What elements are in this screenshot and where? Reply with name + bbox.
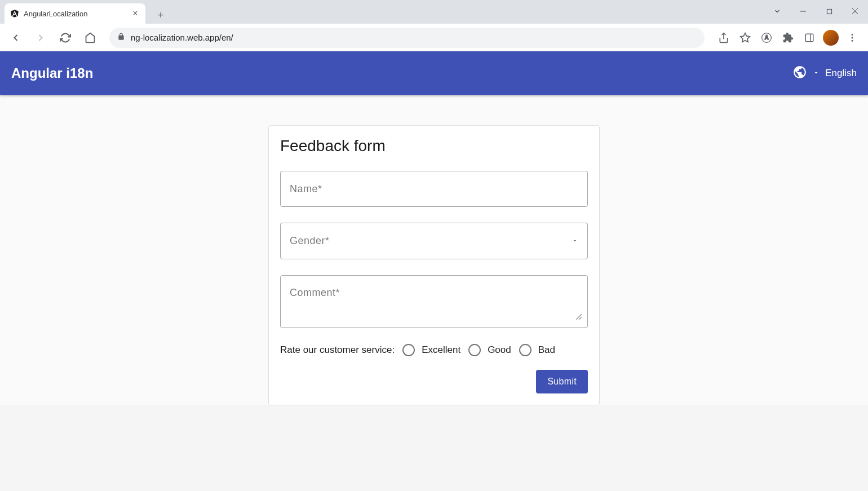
radio-label-excellent: Excellent: [422, 344, 460, 356]
resize-handle-icon[interactable]: [575, 312, 582, 322]
profile-avatar[interactable]: [821, 28, 841, 48]
form-title: Feedback form: [280, 137, 588, 155]
reload-button[interactable]: [55, 28, 76, 48]
share-icon[interactable]: [714, 28, 734, 48]
dropdown-chevron-icon[interactable]: [764, 0, 790, 23]
svg-line-13: [579, 317, 582, 320]
radio-bad[interactable]: [519, 344, 532, 356]
toolbar-icons: A: [714, 28, 862, 48]
rating-row: Rate our customer service: Excellent Goo…: [280, 344, 588, 356]
comment-label: Comment*: [290, 287, 340, 299]
tab-title: AngularLocalization: [24, 10, 126, 18]
extension-a-icon[interactable]: A: [756, 28, 777, 48]
svg-line-12: [576, 314, 582, 320]
url-text: ng-localization.web.app/en/: [131, 33, 697, 42]
browser-chrome: AngularLocalization × + ng-localization.…: [0, 0, 868, 51]
extensions-icon[interactable]: [778, 28, 798, 48]
back-button[interactable]: [6, 28, 26, 48]
window-controls: [764, 0, 868, 23]
sidepanel-icon[interactable]: [799, 28, 820, 48]
radio-option-bad: Bad: [519, 344, 555, 356]
globe-icon: [792, 65, 807, 82]
svg-rect-1: [827, 9, 831, 14]
new-tab-button[interactable]: +: [152, 7, 169, 24]
gender-label: Gender*: [290, 235, 330, 247]
radio-option-excellent: Excellent: [402, 344, 460, 356]
address-bar[interactable]: ng-localization.web.app/en/: [109, 28, 705, 48]
radio-good[interactable]: [468, 344, 481, 356]
menu-icon[interactable]: [842, 28, 862, 48]
chevron-down-icon: [572, 236, 578, 246]
app-content: Angular i18n English Feedback form Name*…: [0, 51, 868, 405]
feedback-card: Feedback form Name* Gender* Comment* Rat…: [268, 125, 600, 405]
close-icon[interactable]: ×: [131, 9, 140, 18]
avatar-icon: [823, 30, 839, 46]
svg-marker-4: [741, 33, 750, 42]
app-title: Angular i18n: [11, 65, 93, 81]
language-selector[interactable]: English: [792, 65, 857, 82]
name-field[interactable]: Name*: [280, 171, 588, 207]
tab-bar: AngularLocalization × +: [0, 0, 868, 24]
radio-option-good: Good: [468, 344, 511, 356]
window-close-button[interactable]: [842, 0, 868, 23]
svg-rect-7: [805, 34, 813, 42]
bookmark-icon[interactable]: [735, 28, 755, 48]
dropdown-arrow-icon: [813, 68, 820, 78]
radio-label-good: Good: [488, 344, 511, 356]
app-header: Angular i18n English: [0, 51, 868, 95]
svg-point-10: [852, 37, 853, 38]
svg-point-11: [852, 39, 853, 41]
rate-label: Rate our customer service:: [280, 344, 395, 356]
name-label: Name*: [290, 183, 322, 195]
language-label: English: [825, 68, 857, 79]
window-maximize-button[interactable]: [816, 0, 842, 23]
gender-field[interactable]: Gender*: [280, 223, 588, 259]
nav-bar: ng-localization.web.app/en/ A: [0, 24, 868, 51]
angular-icon: [10, 9, 19, 18]
browser-tab[interactable]: AngularLocalization ×: [5, 3, 145, 24]
form-actions: Submit: [280, 370, 588, 393]
radio-label-bad: Bad: [538, 344, 555, 356]
home-button[interactable]: [80, 28, 100, 48]
svg-text:A: A: [764, 34, 768, 41]
lock-icon: [117, 33, 125, 43]
forward-button[interactable]: [30, 28, 51, 48]
svg-point-9: [852, 34, 853, 36]
submit-button[interactable]: Submit: [536, 370, 588, 393]
window-minimize-button[interactable]: [790, 0, 816, 23]
comment-field[interactable]: Comment*: [280, 275, 588, 328]
radio-excellent[interactable]: [402, 344, 415, 356]
